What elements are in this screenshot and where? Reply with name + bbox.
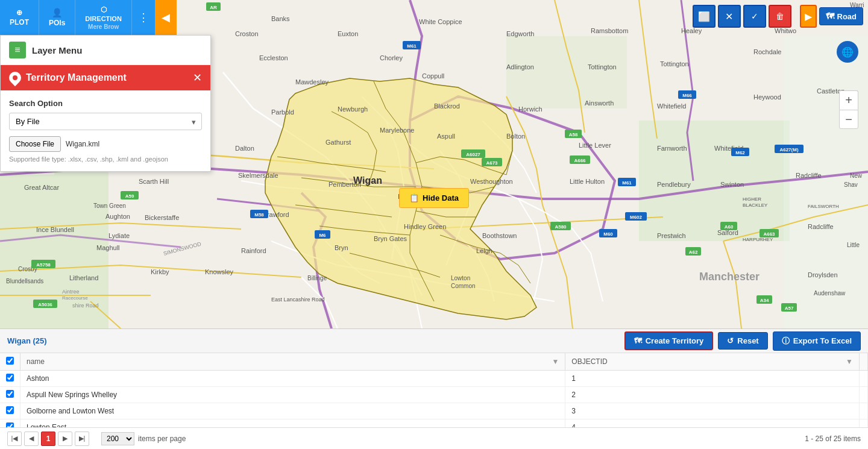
- plot-icon: ⊕: [16, 8, 22, 17]
- svg-text:Kirkby: Kirkby: [151, 268, 169, 275]
- svg-text:Boothstown: Boothstown: [482, 232, 517, 239]
- select-all-checkbox[interactable]: [6, 357, 14, 365]
- svg-text:Common: Common: [451, 283, 476, 289]
- svg-text:East Lancashire Road: East Lancashire Road: [271, 297, 325, 303]
- table-icon: 📋: [409, 193, 419, 203]
- reset-button[interactable]: ↺ Reset: [718, 332, 767, 350]
- svg-text:BLACKLEY: BLACKLEY: [743, 203, 768, 208]
- globe-button[interactable]: 🌐: [837, 41, 858, 68]
- svg-text:Bickerstaffe: Bickerstaffe: [145, 214, 179, 221]
- draw-icon: ⬜: [698, 11, 710, 22]
- territory-panel: Territory Management ✕ Search Option By …: [1, 65, 210, 171]
- svg-text:M62: M62: [735, 150, 745, 155]
- layer-menu-panel: ≡ Layer Menu Territory Management ✕ Sear…: [0, 35, 211, 172]
- export-icon: ⓘ: [782, 336, 790, 347]
- svg-text:Maghull: Maghull: [96, 244, 120, 251]
- reset-icon: ↺: [727, 336, 734, 345]
- collapse-button[interactable]: ◀: [155, 0, 177, 35]
- row-checkbox-cell[interactable]: [0, 403, 20, 419]
- territory-pin-icon: [7, 69, 24, 86]
- first-page-icon: |◀: [11, 435, 18, 442]
- svg-text:Eccleston: Eccleston: [259, 54, 288, 61]
- next-page-icon: ▶: [63, 435, 68, 442]
- svg-text:Hindley Green: Hindley Green: [404, 223, 446, 230]
- map-container[interactable]: Wigan Banks Croston Euxton White Coppice…: [0, 0, 868, 328]
- svg-text:Skelmersdale: Skelmersdale: [238, 172, 278, 179]
- svg-text:Rochdale: Rochdale: [753, 48, 781, 55]
- filter-icon-2[interactable]: ▼: [846, 357, 853, 366]
- svg-text:Rainford: Rainford: [241, 247, 266, 254]
- svg-text:Droylsden: Droylsden: [808, 271, 838, 278]
- bottom-actions: 🗺 Create Territory ↺ Reset ⓘ Export To E…: [624, 331, 861, 351]
- items-per-page-label: items per page: [138, 435, 186, 443]
- road-view-button[interactable]: 🗺 Road: [819, 7, 864, 25]
- close-icon: ✕: [193, 72, 202, 84]
- svg-text:Aspull: Aspull: [437, 133, 455, 140]
- row-checkbox-cell[interactable]: [0, 387, 20, 403]
- poi-button[interactable]: 👤 POIs: [39, 0, 75, 35]
- row-checkbox[interactable]: [6, 390, 14, 398]
- territory-close-button[interactable]: ✕: [193, 71, 202, 84]
- globe-icon: 🌐: [841, 46, 854, 58]
- arrow-right-button[interactable]: ▶: [800, 5, 817, 28]
- svg-text:Dalton: Dalton: [235, 145, 254, 152]
- row-spacer: [860, 387, 868, 403]
- file-type-hint: Supported file type: .xlsx, .csv, .shp, …: [9, 155, 202, 163]
- plot-button[interactable]: ⊕ PLOT: [0, 0, 39, 35]
- more-button[interactable]: ⋮: [132, 0, 155, 35]
- zoom-in-button[interactable]: +: [839, 90, 858, 110]
- select-all-header[interactable]: [0, 353, 20, 371]
- svg-text:Radcliffe: Radcliffe: [796, 172, 822, 179]
- svg-text:New: New: [850, 172, 863, 179]
- next-page-button[interactable]: ▶: [58, 432, 72, 446]
- check-icon: ✓: [751, 11, 758, 21]
- file-name-display: Wigan.kml: [66, 140, 99, 148]
- row-checkbox-cell[interactable]: [0, 371, 20, 387]
- row-checkbox[interactable]: [6, 374, 14, 381]
- name-column-header[interactable]: name ▼: [20, 353, 565, 371]
- svg-text:A60: A60: [725, 224, 734, 230]
- hide-data-button[interactable]: 📋 Hide Data: [399, 188, 469, 208]
- choose-file-button[interactable]: Choose File: [9, 136, 61, 152]
- draw-tool-button[interactable]: ⬜: [693, 5, 715, 28]
- svg-text:Leigh: Leigh: [476, 247, 492, 254]
- svg-text:Blackrod: Blackrod: [434, 102, 460, 110]
- prev-page-button[interactable]: ◀: [24, 432, 39, 446]
- direction-button[interactable]: ⬡ DIRECTION Mere Brow: [75, 0, 132, 35]
- check-tool-button[interactable]: ✓: [743, 5, 766, 28]
- svg-text:A5758: A5758: [36, 262, 51, 268]
- export-excel-button[interactable]: ⓘ Export To Excel: [773, 331, 861, 351]
- last-page-icon: ▶|: [79, 435, 86, 442]
- zoom-out-button[interactable]: −: [839, 110, 858, 129]
- row-id-cell: 1: [565, 371, 860, 387]
- plus-icon: +: [845, 93, 852, 107]
- poi-icon: 👤: [52, 8, 62, 17]
- table-row: Ashton 1: [0, 371, 868, 387]
- svg-text:M61: M61: [622, 180, 632, 186]
- last-page-button[interactable]: ▶|: [75, 432, 89, 446]
- svg-text:Racecourse: Racecourse: [62, 295, 88, 301]
- row-checkbox[interactable]: [6, 406, 14, 414]
- svg-text:Aughton: Aughton: [105, 213, 130, 220]
- table-row: Aspull New Springs Whelley 2: [0, 387, 868, 403]
- arrow-right-icon: ▶: [805, 11, 812, 22]
- select-tool-button[interactable]: ✕: [718, 5, 741, 28]
- row-name-cell: Ashton: [20, 371, 565, 387]
- file-upload-row: Choose File Wigan.kml: [9, 136, 202, 152]
- svg-text:M61: M61: [407, 43, 417, 49]
- delete-tool-button[interactable]: 🗑: [769, 5, 791, 28]
- svg-text:M602: M602: [630, 215, 643, 220]
- create-territory-button[interactable]: 🗺 Create Territory: [624, 331, 714, 350]
- trash-icon: 🗑: [776, 11, 784, 21]
- items-per-page-select[interactable]: 200 50 100: [101, 432, 134, 445]
- zoom-controls: + −: [839, 90, 858, 129]
- svg-text:Bolton: Bolton: [506, 133, 525, 140]
- first-page-button[interactable]: |◀: [7, 432, 22, 446]
- svg-text:Lowton: Lowton: [451, 275, 470, 281]
- search-option-select[interactable]: By File: [9, 113, 202, 130]
- svg-text:Ainsworth: Ainsworth: [585, 99, 614, 107]
- wigan-label[interactable]: Wigan (25): [7, 336, 47, 345]
- objectid-column-header[interactable]: OBJECTID ▼: [565, 353, 860, 371]
- filter-icon[interactable]: ▼: [552, 357, 559, 366]
- svg-text:Swinton: Swinton: [720, 181, 744, 188]
